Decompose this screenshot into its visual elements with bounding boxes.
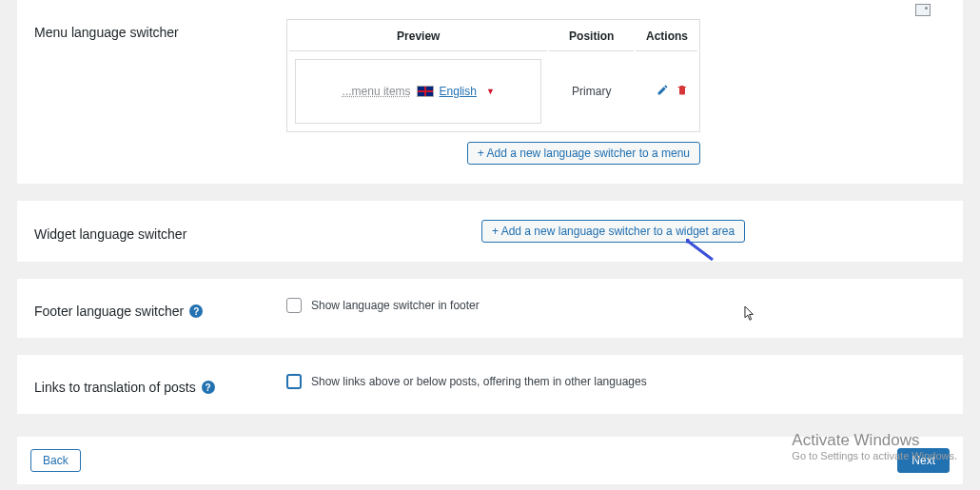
panel-footer-language-switcher: Footer language switcher ? Show language… xyxy=(17,279,963,338)
checkbox-label: Show links above or below posts, offerin… xyxy=(311,375,647,388)
wizard-footer: Back Next xyxy=(17,437,963,484)
section-title-links: Links to translation of posts ? xyxy=(34,374,258,395)
menu-switcher-table: Preview Position Actions ...menu items E… xyxy=(286,19,700,132)
links-checkbox-row[interactable]: Show links above or below posts, offerin… xyxy=(286,374,946,389)
position-cell: Primary xyxy=(549,53,634,129)
broken-image-icon xyxy=(915,4,931,16)
section-title-widget: Widget language switcher xyxy=(34,221,258,242)
section-title-text: Widget language switcher xyxy=(34,226,186,242)
section-title-footer: Footer language switcher ? xyxy=(34,298,258,319)
add-widget-switcher-button[interactable]: + Add a new language switcher to a widge… xyxy=(481,220,745,243)
th-preview: Preview xyxy=(289,22,547,51)
checkbox-label: Show language switcher in footer xyxy=(311,299,480,312)
uk-flag-icon xyxy=(417,86,434,97)
panel-translation-links: Links to translation of posts ? Show lin… xyxy=(17,355,963,414)
menu-items-placeholder: ...menu items xyxy=(343,85,411,98)
back-button[interactable]: Back xyxy=(30,449,81,472)
dropdown-caret-icon: ▼ xyxy=(486,87,495,96)
switcher-preview: ...menu items English ▼ xyxy=(295,59,541,124)
section-title-text: Footer language switcher xyxy=(34,304,184,319)
help-icon[interactable]: ? xyxy=(189,304,203,318)
edit-icon[interactable] xyxy=(657,84,669,99)
th-actions: Actions xyxy=(636,22,697,51)
footer-checkbox-row[interactable]: Show language switcher in footer xyxy=(286,298,946,313)
section-title-text: Menu language switcher xyxy=(34,25,179,40)
panel-menu-language-switcher: Menu language switcher Preview Position … xyxy=(17,0,963,184)
table-row: ...menu items English ▼ Primary xyxy=(289,53,697,129)
section-title-menu: Menu language switcher xyxy=(34,19,258,40)
language-link[interactable]: English xyxy=(440,85,477,98)
th-position: Position xyxy=(549,22,634,51)
panel-widget-language-switcher: Widget language switcher + Add a new lan… xyxy=(17,201,963,262)
delete-icon[interactable] xyxy=(676,84,688,99)
add-menu-switcher-button[interactable]: + Add a new language switcher to a menu xyxy=(467,142,700,165)
next-button[interactable]: Next xyxy=(897,448,950,473)
help-icon[interactable]: ? xyxy=(202,381,215,394)
section-title-text: Links to translation of posts xyxy=(34,380,196,395)
checkbox-links[interactable] xyxy=(286,374,302,389)
checkbox-footer[interactable] xyxy=(286,298,302,313)
